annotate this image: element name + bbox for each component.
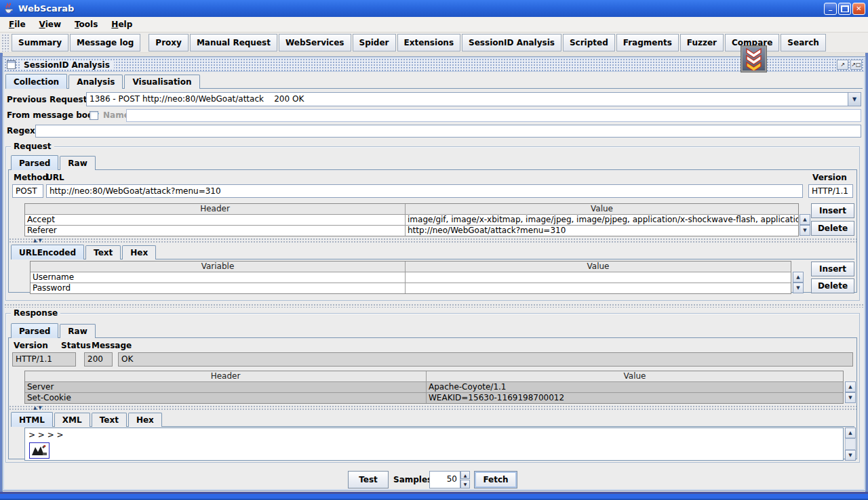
response-tab-text[interactable]: Text <box>92 413 127 427</box>
request-response-splitter[interactable] <box>4 304 864 308</box>
response-message-label: Message <box>92 341 132 350</box>
header-cell: Set-Cookie <box>25 393 427 403</box>
toolbar-extensions[interactable]: Extensions <box>397 34 461 51</box>
scroll-up-icon[interactable] <box>800 214 810 225</box>
desktop-pane: SessionID Analysis ↗ ↗□ Collection Analy… <box>0 53 868 492</box>
response-tab-parsed[interactable]: Parsed <box>11 323 58 338</box>
divider-collapse-down-icon[interactable] <box>38 406 41 410</box>
frame-minimize-icon[interactable]: ↗ <box>837 60 848 70</box>
variable-cell[interactable]: Password <box>31 283 406 293</box>
divider-collapse-up-icon[interactable] <box>33 238 37 243</box>
request-tab-raw[interactable]: Raw <box>60 156 95 170</box>
toolbar-proxy[interactable]: Proxy <box>149 34 189 51</box>
response-tab-html[interactable]: HTML <box>11 412 53 427</box>
test-button[interactable]: Test <box>348 471 389 488</box>
table-header-row: Header Value <box>25 204 798 214</box>
toolbar-summary[interactable]: Summary <box>12 34 68 51</box>
menu-view[interactable]: View <box>35 18 66 30</box>
table-row[interactable]: Password <box>31 283 791 293</box>
menu-tools[interactable]: Tools <box>70 18 102 30</box>
value-column[interactable]: Value <box>406 204 798 214</box>
scroll-down-icon[interactable] <box>800 225 810 236</box>
variable-column[interactable]: Variable <box>31 262 406 272</box>
toolbar-webservices[interactable]: WebServices <box>279 34 351 51</box>
table-row[interactable]: Username <box>31 272 791 283</box>
response-status-field: 200 <box>84 352 113 367</box>
frame-maximize-icon[interactable]: ↗□ <box>850 60 862 70</box>
menu-help[interactable]: Help <box>106 18 137 30</box>
name-field[interactable] <box>126 109 861 122</box>
regex-label: Regex <box>7 126 35 136</box>
value-cell: Apache-Coyote/1.1 <box>427 382 843 392</box>
request-headers-insert-button[interactable]: Insert <box>811 203 854 218</box>
divider-collapse-up-icon[interactable] <box>33 406 37 410</box>
header-cell[interactable]: Accept <box>25 215 406 225</box>
close-button[interactable] <box>852 3 865 15</box>
samples-spinner-field[interactable]: 50 <box>429 471 460 488</box>
tab-collection[interactable]: Collection <box>5 74 67 89</box>
from-message-body-checkbox[interactable] <box>90 111 98 120</box>
toolbar-spider[interactable]: Spider <box>353 34 396 51</box>
header-cell: Server <box>25 382 427 392</box>
request-variables-delete-button[interactable]: Delete <box>811 278 854 293</box>
url-field[interactable]: http://neo:80/WebGoat/attack?menu=310 <box>46 184 803 198</box>
request-headers-table: Header Value Accept image/gif, image/x-x… <box>24 203 799 236</box>
toolbar-fuzzer[interactable]: Fuzzer <box>680 34 724 51</box>
header-column[interactable]: Header <box>25 371 427 381</box>
scroll-up-icon[interactable] <box>845 381 856 392</box>
request-variables-insert-button[interactable]: Insert <box>811 262 854 276</box>
scroll-up-icon[interactable] <box>845 428 856 438</box>
value-cell[interactable] <box>406 272 791 283</box>
maximize-button[interactable] <box>838 3 851 15</box>
divider-collapse-down-icon[interactable] <box>38 238 41 243</box>
tab-visualisation[interactable]: Visualisation <box>124 75 199 89</box>
response-split-divider[interactable] <box>9 405 856 410</box>
request-tab-hex[interactable]: Hex <box>122 245 156 259</box>
spinner-down-icon[interactable] <box>460 480 470 488</box>
scrollbar-track[interactable] <box>845 438 856 450</box>
spinner-up-icon[interactable] <box>460 471 470 479</box>
request-tab-parsed[interactable]: Parsed <box>11 155 58 170</box>
scroll-down-icon[interactable] <box>845 392 856 403</box>
method-field[interactable]: POST <box>12 184 43 198</box>
value-cell[interactable] <box>406 283 791 293</box>
menu-file[interactable]: File <box>4 18 31 30</box>
request-version-field[interactable]: HTTP/1.1 <box>808 184 853 198</box>
tab-analysis[interactable]: Analysis <box>68 75 123 89</box>
header-column[interactable]: Header <box>25 204 406 214</box>
response-tab-xml[interactable]: XML <box>54 413 90 427</box>
main-tab-bar: Collection Analysis Visualisation <box>5 74 863 89</box>
request-panel-title: Request <box>11 142 54 151</box>
table-row[interactable]: Referer http://neo/WebGoat/attack?menu=3… <box>25 225 798 236</box>
value-column[interactable]: Value <box>427 371 843 381</box>
response-tab-hex[interactable]: Hex <box>128 413 162 427</box>
table-row[interactable]: Accept image/gif, image/x-xbitmap, image… <box>25 214 798 225</box>
scroll-down-icon[interactable] <box>793 283 804 293</box>
combo-dropdown-arrow-icon[interactable] <box>848 93 861 106</box>
toolbar-drag-handle[interactable] <box>1 34 9 51</box>
previous-requests-combobox[interactable]: 1386 - POST http://neo:80/WebGoat/attack… <box>86 92 861 106</box>
toolbar-message-log[interactable]: Message log <box>70 34 140 51</box>
request-split-divider[interactable] <box>9 238 856 243</box>
minimize-button[interactable] <box>824 3 837 15</box>
request-tab-text[interactable]: Text <box>85 245 121 259</box>
value-column[interactable]: Value <box>406 262 791 272</box>
fetch-button[interactable]: Fetch <box>474 471 517 488</box>
value-cell[interactable]: image/gif, image/x-xbitmap, image/jpeg, … <box>406 215 798 225</box>
header-cell[interactable]: Referer <box>25 226 406 236</box>
scroll-down-icon[interactable] <box>845 450 856 461</box>
scroll-up-icon[interactable] <box>793 272 804 283</box>
variable-cell[interactable]: Username <box>31 272 406 283</box>
regex-field[interactable] <box>35 125 861 138</box>
toolbar-fragments[interactable]: Fragments <box>616 34 679 51</box>
request-tab-urlencoded[interactable]: URLEncoded <box>11 245 84 259</box>
toolbar-sessionid-analysis[interactable]: SessionID Analysis <box>462 34 561 51</box>
toolbar-search[interactable]: Search <box>781 34 825 51</box>
response-tab-raw[interactable]: Raw <box>60 324 95 338</box>
request-headers-delete-button[interactable]: Delete <box>811 221 854 236</box>
toolbar-manual-request[interactable]: Manual Request <box>190 34 277 51</box>
response-html-view[interactable]: > > > > <box>24 428 844 461</box>
frame-titlebar[interactable]: SessionID Analysis ↗ ↗□ <box>4 58 864 72</box>
toolbar-scripted[interactable]: Scripted <box>563 34 615 51</box>
value-cell[interactable]: http://neo/WebGoat/attack?menu=310 <box>406 226 798 236</box>
